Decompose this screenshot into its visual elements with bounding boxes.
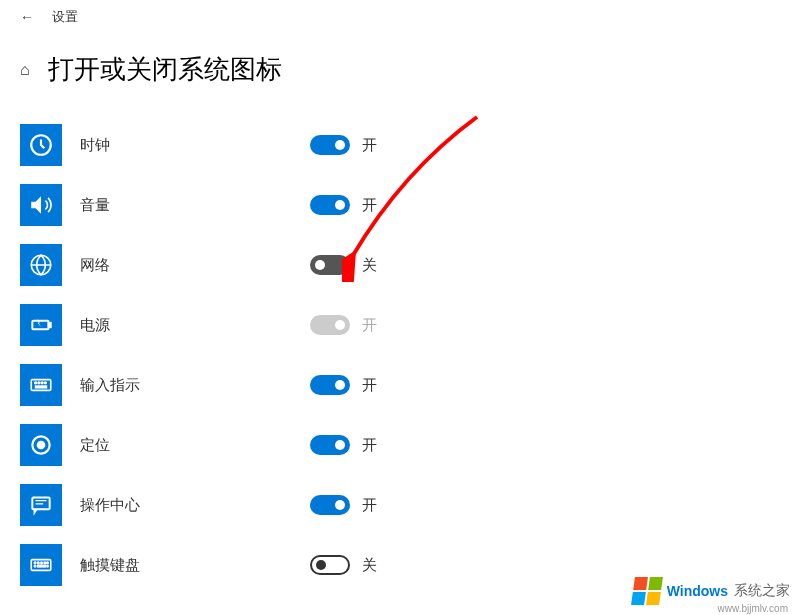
network-icon xyxy=(20,244,62,286)
input-indicator-icon xyxy=(20,364,62,406)
svg-point-7 xyxy=(41,382,43,384)
setting-row-action-center: 操作中心 开 xyxy=(20,475,800,535)
svg-point-6 xyxy=(38,382,40,384)
toggle-volume[interactable] xyxy=(310,195,350,215)
svg-point-8 xyxy=(44,382,46,384)
setting-label: 定位 xyxy=(80,436,310,455)
svg-rect-20 xyxy=(38,565,46,567)
watermark-url: www.bjjmlv.com xyxy=(718,603,788,614)
setting-label: 触摸键盘 xyxy=(80,556,310,575)
watermark-brand: Windows xyxy=(667,583,728,599)
toggle-state-label: 开 xyxy=(362,376,377,395)
svg-point-11 xyxy=(38,442,45,449)
header-title: 设置 xyxy=(52,8,78,26)
svg-rect-9 xyxy=(36,386,47,388)
svg-point-15 xyxy=(38,562,40,564)
toggle-state-label: 开 xyxy=(362,196,377,215)
svg-point-19 xyxy=(34,565,36,567)
setting-row-clock: 时钟 开 xyxy=(20,115,800,175)
setting-row-network: 网络 关 xyxy=(20,235,800,295)
svg-point-5 xyxy=(35,382,37,384)
toggle-state-label: 关 xyxy=(362,556,377,575)
touch-keyboard-icon xyxy=(20,544,62,586)
svg-rect-4 xyxy=(31,380,51,391)
watermark-suffix: 系统之家 xyxy=(734,582,790,600)
toggle-state-label: 关 xyxy=(362,256,377,275)
svg-point-17 xyxy=(44,562,46,564)
setting-label: 输入指示 xyxy=(80,376,310,395)
setting-label: 电源 xyxy=(80,316,310,335)
toggle-state-label: 开 xyxy=(362,136,377,155)
page-title: 打开或关闭系统图标 xyxy=(48,52,282,87)
toggle-state-label: 开 xyxy=(362,496,377,515)
back-arrow-icon[interactable]: ← xyxy=(20,9,34,25)
clock-icon xyxy=(20,124,62,166)
toggle-touch-keyboard[interactable] xyxy=(310,555,350,575)
watermark: Windows 系统之家 xyxy=(633,577,790,605)
svg-rect-2 xyxy=(32,321,48,330)
setting-label: 操作中心 xyxy=(80,496,310,515)
toggle-state-label: 开 xyxy=(362,316,377,335)
toggle-action-center[interactable] xyxy=(310,495,350,515)
toggle-power xyxy=(310,315,350,335)
action-center-icon xyxy=(20,484,62,526)
setting-label: 网络 xyxy=(80,256,310,275)
page-title-row: ⌂ 打开或关闭系统图标 xyxy=(0,34,800,115)
svg-point-21 xyxy=(47,565,49,567)
volume-icon xyxy=(20,184,62,226)
svg-point-14 xyxy=(34,562,36,564)
toggle-network[interactable] xyxy=(310,255,350,275)
windows-logo-icon xyxy=(631,577,663,605)
setting-label: 音量 xyxy=(80,196,310,215)
toggle-clock[interactable] xyxy=(310,135,350,155)
svg-rect-3 xyxy=(49,323,51,327)
svg-point-16 xyxy=(41,562,43,564)
setting-row-location: 定位 开 xyxy=(20,415,800,475)
setting-row-power: 电源 开 xyxy=(20,295,800,355)
setting-row-input-indicator: 输入指示 开 xyxy=(20,355,800,415)
svg-point-18 xyxy=(47,562,49,564)
header: ← 设置 xyxy=(0,0,800,34)
toggle-location[interactable] xyxy=(310,435,350,455)
location-icon xyxy=(20,424,62,466)
setting-row-volume: 音量 开 xyxy=(20,175,800,235)
home-icon[interactable]: ⌂ xyxy=(20,61,30,79)
setting-label: 时钟 xyxy=(80,136,310,155)
power-icon xyxy=(20,304,62,346)
toggle-state-label: 开 xyxy=(362,436,377,455)
toggle-input-indicator[interactable] xyxy=(310,375,350,395)
settings-list: 时钟 开 音量 开 网络 关 电源 开 输入指示 开 xyxy=(0,115,800,595)
